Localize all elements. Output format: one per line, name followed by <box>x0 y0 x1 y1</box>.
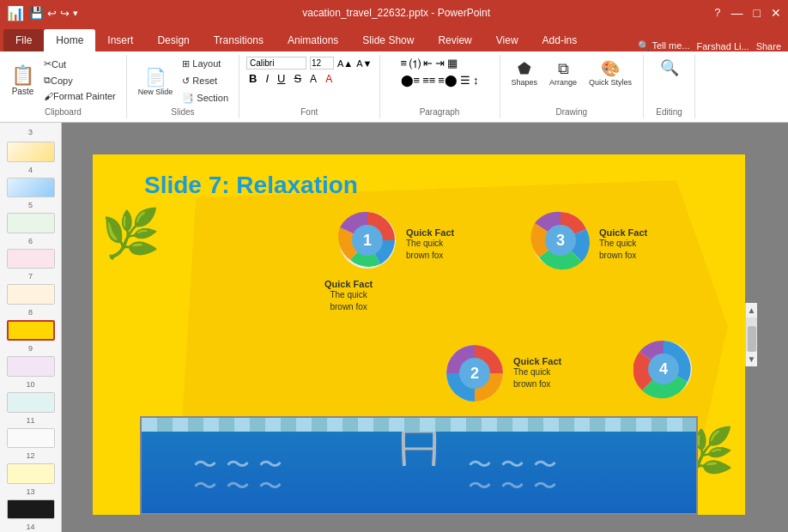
window-controls: ? — □ ✕ <box>714 6 781 20</box>
ribbon-group-editing: 🔍 Editing <box>644 55 695 118</box>
scroll-down[interactable]: ▼ <box>745 352 759 366</box>
strikethrough-button[interactable]: S <box>291 71 304 86</box>
paragraph-label: Paragraph <box>420 106 460 117</box>
arrange-button[interactable]: ⧉ Arrange <box>545 57 581 89</box>
copy-button[interactable]: ⧉ Copy <box>40 73 119 88</box>
quick-fact-3: Quick Fact The quickbrown fox <box>599 227 647 262</box>
scroll-up[interactable]: ▲ <box>745 303 759 317</box>
slide-thumb-11[interactable] <box>7 428 55 449</box>
tell-me[interactable]: 🔍 Tell me... <box>638 40 690 51</box>
slide-thumb-5[interactable] <box>7 213 55 233</box>
tab-animations[interactable]: Animations <box>276 29 350 51</box>
indent-decrease-button[interactable]: ⇤ <box>423 57 433 72</box>
app-icon: 📊 <box>7 5 24 21</box>
tab-review[interactable]: Review <box>426 29 483 51</box>
tab-file[interactable]: File <box>3 29 44 51</box>
tab-addins[interactable]: Add-ins <box>530 29 590 51</box>
new-slide-icon: 📄 <box>145 67 167 88</box>
pool-ladder <box>397 432 440 477</box>
drawing-label: Drawing <box>555 106 587 117</box>
layout-button[interactable]: ⊞ Layout <box>179 57 232 71</box>
tab-home[interactable]: Home <box>44 29 95 51</box>
font-size-down[interactable]: A▼ <box>356 58 372 69</box>
share-btn[interactable]: Share <box>756 41 781 51</box>
svg-text:4: 4 <box>659 360 668 378</box>
paste-button[interactable]: 📋 Paste <box>7 62 39 99</box>
italic-button[interactable]: I <box>263 71 271 86</box>
align-left-button[interactable]: ⬤≡ <box>401 74 421 87</box>
ribbon-group-drawing: ⬟ Shapes ⧉ Arrange 🎨 Quick Styles Drawin… <box>500 55 645 118</box>
bullets-button[interactable]: ≡ <box>401 57 408 72</box>
quick-styles-button[interactable]: 🎨 Quick Styles <box>585 57 636 89</box>
svg-text:3: 3 <box>556 232 565 249</box>
redo-icon[interactable]: ↪ <box>60 7 70 20</box>
justify-button[interactable]: ☰ <box>460 74 470 87</box>
font-color-button[interactable]: A <box>323 72 335 86</box>
indent-increase-button[interactable]: ⇥ <box>435 57 445 72</box>
quick-fact-label-1: Quick Fact The quickbrown fox <box>324 279 373 313</box>
section-button[interactable]: 📑 Section <box>179 91 232 106</box>
pie-chart-1: 1 <box>337 210 397 270</box>
window-title: vacation_travel_22632.pptx - PowerPoint <box>78 7 714 19</box>
vertical-scrollbar[interactable]: ▲ ▼ <box>745 303 757 366</box>
clipboard-buttons: 📋 Paste ✂ Cut ⧉ Copy 🖌 Format Painter <box>7 57 119 103</box>
slide-thumb-12[interactable] <box>7 463 55 484</box>
reset-button[interactable]: ↺ Reset <box>179 74 232 88</box>
underline-button[interactable]: U <box>275 71 288 86</box>
shapes-button[interactable]: ⬟ Shapes <box>507 57 543 89</box>
main-area: 3 4 5 6 7 8 9 10 11 <box>0 123 788 532</box>
quick-access-toolbar: 💾 ↩ ↪ ▾ <box>29 6 78 20</box>
bold-button[interactable]: B <box>246 71 259 86</box>
slide-thumb-3[interactable] <box>7 142 55 162</box>
tab-slideshow[interactable]: Slide Show <box>350 29 426 51</box>
font-size-input[interactable] <box>310 57 334 70</box>
columns-button[interactable]: ▦ <box>447 57 458 72</box>
close-btn[interactable]: ✕ <box>771 6 781 20</box>
format-painter-button[interactable]: 🖌 Format Painter <box>40 89 119 103</box>
chart-item-1: 1 <box>337 210 397 270</box>
slide-thumb-10[interactable] <box>7 392 55 413</box>
quick-fact-2: Quick Fact The quickbrown fox <box>513 356 561 390</box>
slide-thumb-13[interactable] <box>7 499 55 520</box>
numbering-button[interactable]: ⑴ <box>409 57 421 72</box>
ribbon-content: 📋 Paste ✂ Cut ⧉ Copy 🖌 Format Painter Cl… <box>0 51 788 123</box>
align-right-button[interactable]: ≡⬤ <box>438 74 458 87</box>
pie-chart-4: 4 <box>633 339 694 399</box>
slide-panel: 3 4 5 6 7 8 9 10 11 <box>0 123 62 532</box>
new-slide-button[interactable]: 📄 New Slide <box>134 64 178 99</box>
tab-design[interactable]: Design <box>145 29 201 51</box>
ribbon-group-slides: 📄 New Slide ⊞ Layout ↺ Reset 📑 Section S… <box>127 55 239 118</box>
save-icon[interactable]: 💾 <box>29 6 44 20</box>
slide-title: Slide 7: Relaxation <box>144 172 358 199</box>
tab-view[interactable]: View <box>484 29 530 51</box>
cut-button[interactable]: ✂ Cut <box>40 57 119 71</box>
undo-icon[interactable]: ↩ <box>47 7 57 20</box>
svg-text:2: 2 <box>470 365 479 382</box>
ribbon-group-paragraph: ≡ ⑴ ⇤ ⇥ ▦ ⬤≡ ≡≡ ≡⬤ ☰ ↕ Paragraph <box>380 55 500 118</box>
tab-transitions[interactable]: Transitions <box>202 29 276 51</box>
find-button[interactable]: 🔍 <box>657 57 682 79</box>
slides-buttons: 📄 New Slide ⊞ Layout ↺ Reset 📑 Section <box>134 57 232 106</box>
slide-thumb-9[interactable] <box>7 356 55 377</box>
font-size-up[interactable]: A▲ <box>337 58 353 69</box>
slide-thumb-6[interactable] <box>7 249 55 269</box>
slide-thumb-4[interactable] <box>7 178 55 198</box>
text-shadow-button[interactable]: A <box>307 72 319 86</box>
shapes-icon: ⬟ <box>518 59 531 78</box>
user-name: Farshad Li... <box>697 41 749 51</box>
scroll-thumb[interactable] <box>748 326 756 352</box>
minimize-btn[interactable]: — <box>731 6 743 20</box>
tab-insert[interactable]: Insert <box>95 29 145 51</box>
chart-item-4: 4 <box>633 339 694 399</box>
font-family-input[interactable] <box>246 57 306 70</box>
scroll-track[interactable] <box>746 317 757 352</box>
slide-thumb-8[interactable] <box>7 320 55 341</box>
slide-thumb-7[interactable] <box>7 284 55 305</box>
chart-item-3: 3 <box>530 210 591 270</box>
pool: 〜〜〜 〜〜〜 〜〜〜 〜〜〜 <box>140 416 698 515</box>
maximize-btn[interactable]: □ <box>754 6 761 20</box>
align-center-button[interactable]: ≡≡ <box>422 74 435 87</box>
slide-canvas[interactable]: Slide 7: Relaxation 🌿 🌿 <box>93 154 745 515</box>
line-spacing-button[interactable]: ↕ <box>473 74 479 87</box>
pie-chart-3: 3 <box>530 210 591 270</box>
